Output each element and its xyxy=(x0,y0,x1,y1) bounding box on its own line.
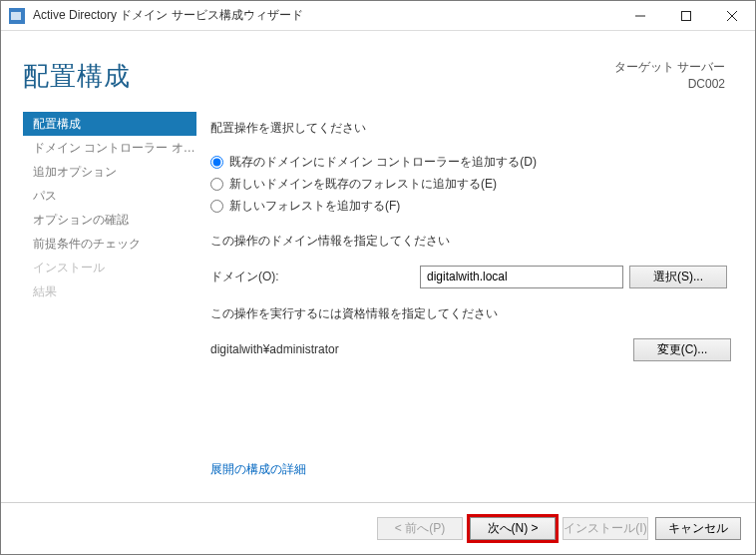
wizard-window: Active Directory ドメイン サービス構成ウィザード 配置構成 タ… xyxy=(0,0,756,555)
credential-row: digitalwith¥administrator 変更(C)... xyxy=(210,336,731,362)
footer: < 前へ(P) 次へ(N) > インストール(I) キャンセル xyxy=(1,502,755,554)
page-title: 配置構成 xyxy=(23,59,131,94)
install-button: インストール(I) xyxy=(563,517,648,540)
sidebar-item-dc-options[interactable]: ドメイン コントローラー オプシ... xyxy=(23,136,196,160)
sidebar-item-prereq-check[interactable]: 前提条件のチェック xyxy=(23,232,196,256)
credential-info-label: この操作を実行するには資格情報を指定してください xyxy=(210,305,731,322)
sidebar-item-review-options[interactable]: オプションの確認 xyxy=(23,208,196,232)
body: 配置構成 ドメイン コントローラー オプシ... 追加オプション パス オプショ… xyxy=(1,102,755,502)
target-server-block: ターゲット サーバー DC002 xyxy=(614,59,725,93)
credential-value: digitalwith¥administrator xyxy=(210,342,627,356)
content-pane: 配置操作を選択してください 既存のドメインにドメイン コントローラーを追加する(… xyxy=(196,102,755,502)
radio-label-add-domain: 新しいドメインを既存のフォレストに追加する(E) xyxy=(229,176,497,193)
sidebar-item-deployment-config[interactable]: 配置構成 xyxy=(23,112,196,136)
maximize-button[interactable] xyxy=(663,1,709,31)
maximize-icon xyxy=(681,11,691,21)
page-header: 配置構成 ターゲット サーバー DC002 xyxy=(1,31,755,102)
next-button[interactable]: 次へ(N) > xyxy=(470,517,556,540)
target-server-label: ターゲット サーバー xyxy=(614,59,725,76)
app-icon xyxy=(9,8,25,24)
change-credential-button[interactable]: 変更(C)... xyxy=(633,338,731,361)
domain-row: ドメイン(O): 選択(S)... xyxy=(210,264,731,289)
title-bar: Active Directory ドメイン サービス構成ウィザード xyxy=(1,1,755,31)
svg-rect-1 xyxy=(682,11,691,20)
window-controls xyxy=(617,1,755,31)
radio-add-new-forest[interactable]: 新しいフォレストを追加する(F) xyxy=(210,195,731,217)
domain-field-label: ドメイン(O): xyxy=(210,269,420,285)
close-button[interactable] xyxy=(709,1,755,31)
more-about-deployment-link[interactable]: 展開の構成の詳細 xyxy=(210,461,306,478)
target-server-name: DC002 xyxy=(614,76,725,93)
select-domain-button[interactable]: 選択(S)... xyxy=(629,266,727,288)
domain-input[interactable] xyxy=(420,266,623,288)
radio-label-add-dc: 既存のドメインにドメイン コントローラーを追加する(D) xyxy=(229,154,537,171)
close-icon xyxy=(727,11,737,21)
minimize-button[interactable] xyxy=(617,1,663,31)
radio-input-new-forest[interactable] xyxy=(210,200,223,213)
sidebar-item-paths[interactable]: パス xyxy=(23,184,196,208)
radio-add-domain-existing-forest[interactable]: 新しいドメインを既存のフォレストに追加する(E) xyxy=(210,173,731,195)
prev-button: < 前へ(P) xyxy=(377,517,463,540)
window-title: Active Directory ドメイン サービス構成ウィザード xyxy=(33,7,303,24)
domain-info-label: この操作のドメイン情報を指定してください xyxy=(210,233,731,250)
cancel-button[interactable]: キャンセル xyxy=(655,517,741,540)
sidebar-item-install: インストール xyxy=(23,256,196,279)
sidebar: 配置構成 ドメイン コントローラー オプシ... 追加オプション パス オプショ… xyxy=(1,102,196,502)
radio-input-add-dc[interactable] xyxy=(210,156,223,169)
select-operation-label: 配置操作を選択してください xyxy=(210,120,731,137)
sidebar-item-results: 結果 xyxy=(23,279,196,303)
radio-label-new-forest: 新しいフォレストを追加する(F) xyxy=(229,198,400,215)
radio-input-add-domain[interactable] xyxy=(210,178,223,191)
sidebar-item-additional-options[interactable]: 追加オプション xyxy=(23,160,196,184)
radio-add-dc-existing-domain[interactable]: 既存のドメインにドメイン コントローラーを追加する(D) xyxy=(210,151,731,173)
minimize-icon xyxy=(635,11,645,21)
